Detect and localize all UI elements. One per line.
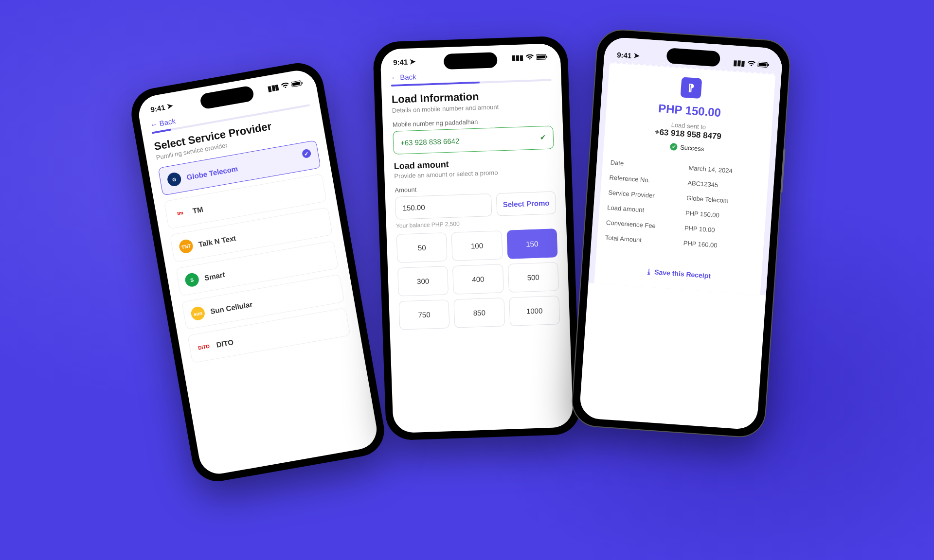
amount-option[interactable]: 300 xyxy=(397,266,449,297)
selected-check-icon: ✔ xyxy=(302,148,312,158)
provider-name: TM xyxy=(192,205,203,215)
back-label: Back xyxy=(159,117,176,128)
provider-list: GGlobe Telecom✔tmTMTNTTalk N TextSSmarts… xyxy=(158,140,351,363)
save-receipt-label: Save this Receipt xyxy=(654,268,711,280)
svg-rect-2 xyxy=(301,82,303,84)
back-label: Back xyxy=(400,72,416,81)
status-text: Success xyxy=(680,143,704,152)
provider-logo-icon: sun xyxy=(190,305,206,321)
amount-option[interactable]: 50 xyxy=(396,232,448,263)
back-button[interactable]: ← Back xyxy=(391,72,416,82)
receipt-row-key: Date xyxy=(610,159,689,172)
amount-option[interactable]: 1000 xyxy=(509,296,560,326)
amount-option[interactable]: 850 xyxy=(454,298,505,328)
amount-option[interactable]: 150 xyxy=(506,228,557,259)
receipt-row-key: Convenience Fee xyxy=(606,219,685,231)
receipt-row-value: PHP 150.00 xyxy=(685,210,758,222)
svg-rect-4 xyxy=(537,55,545,58)
signal-icon: ▮▮▮ xyxy=(267,83,280,93)
amount-grid: 501001503004005007508501000 xyxy=(396,228,560,330)
provider-name: Sun Cellular xyxy=(210,300,253,315)
provider-name: Smart xyxy=(204,270,226,281)
provider-name: Talk N Text xyxy=(198,233,237,248)
location-icon: ➤ xyxy=(166,101,174,111)
provider-logo-icon: DITO xyxy=(196,339,212,354)
svg-rect-1 xyxy=(292,82,300,86)
phone-load-information: 9:41 ➤ ▮▮▮ ← Back xyxy=(373,35,581,440)
location-icon: ➤ xyxy=(633,51,640,60)
phone-receipt: 9:41 ➤ ▮▮▮ ⁋ PHP 150.00 xyxy=(570,28,792,439)
status-time: 9:41 xyxy=(150,103,166,114)
arrow-left-icon: ← xyxy=(150,120,159,129)
brand-logo-icon: ⁋ xyxy=(681,77,702,99)
mobile-number-value: +63 928 838 6642 xyxy=(400,137,460,147)
provider-logo-icon: G xyxy=(166,172,182,187)
signal-icon: ▮▮▮ xyxy=(733,58,745,68)
amount-option[interactable]: 400 xyxy=(452,264,503,295)
receipt-row-value: ABC12345 xyxy=(687,179,760,192)
amount-option[interactable]: 500 xyxy=(508,262,559,293)
arrow-left-icon: ← xyxy=(391,73,398,82)
wifi-icon xyxy=(526,53,534,62)
receipt-row-key: Total Amount xyxy=(605,234,683,246)
svg-rect-5 xyxy=(546,55,547,57)
battery-icon xyxy=(536,52,548,61)
mobile-number-field[interactable]: +63 928 838 6642 ✔ xyxy=(393,125,554,154)
svg-rect-7 xyxy=(758,63,766,66)
receipt-row-key: Service Provider xyxy=(608,189,687,201)
provider-name: DITO xyxy=(216,338,234,349)
balance-hint: Your balance PHP 2,500 xyxy=(396,217,557,229)
receipt-row-key: Load amount xyxy=(607,204,686,216)
phone-select-provider: 9:41 ➤ ▮▮▮ ← Back xyxy=(127,59,388,485)
provider-logo-icon: TNT xyxy=(178,239,194,254)
receipt-details: DateMarch 14, 2024Reference No.ABC12345S… xyxy=(605,155,761,256)
select-promo-button[interactable]: Select Promo xyxy=(496,191,556,216)
battery-icon xyxy=(291,79,304,89)
save-receipt-button[interactable]: ⭳ Save this Receipt xyxy=(603,264,754,283)
receipt-row-value: Globe Telecom xyxy=(686,194,759,207)
signal-icon: ▮▮▮ xyxy=(512,53,524,62)
provider-name: Globe Telecom xyxy=(186,164,238,181)
provider-logo-icon: S xyxy=(184,272,199,288)
check-icon: ✔ xyxy=(540,133,547,142)
receipt-row-value: PHP 10.00 xyxy=(684,224,756,236)
receipt-row-value: PHP 160.00 xyxy=(683,239,755,251)
back-button[interactable]: ← Back xyxy=(150,117,177,129)
status-time: 9:41 xyxy=(617,50,632,59)
amount-option[interactable]: 100 xyxy=(451,230,503,261)
provider-logo-icon: tm xyxy=(172,205,188,221)
location-icon: ➤ xyxy=(410,57,416,66)
notch xyxy=(444,52,498,70)
battery-icon xyxy=(757,60,770,70)
wifi-icon xyxy=(747,59,755,68)
status-time: 9:41 xyxy=(393,57,408,66)
amount-input[interactable]: 150.00 xyxy=(395,193,492,220)
receipt-row-value: March 14, 2024 xyxy=(688,164,761,176)
amount-option[interactable]: 750 xyxy=(398,299,449,330)
download-icon: ⭳ xyxy=(646,267,653,276)
svg-rect-8 xyxy=(768,64,769,66)
receipt-row-key: Reference No. xyxy=(609,174,688,186)
wifi-icon xyxy=(281,81,290,91)
success-check-icon: ✔ xyxy=(670,143,678,151)
